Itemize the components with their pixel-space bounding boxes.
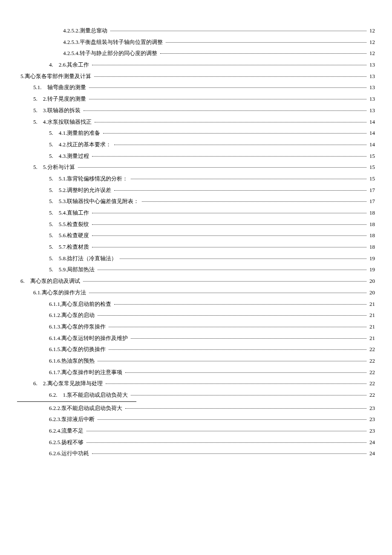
toc-entry[interactable]: 5. 5.4.直轴工作18 — [17, 208, 375, 218]
toc-leader-dots — [109, 327, 366, 327]
toc-entry[interactable]: 6. 离心泵的启动及调试20 — [17, 276, 375, 287]
toc-label: 6.1.7.离心泵操作时的注意事项 — [49, 367, 124, 378]
toc-label: 4.2.5.3.平衡盘组装与转子轴向位置的调整 — [63, 37, 164, 48]
toc-entry[interactable]: 6.1.7.离心泵操作时的注意事项22 — [17, 367, 375, 378]
toc-entry[interactable]: 6.2.5.扬程不够24 — [17, 437, 375, 448]
toc-entry[interactable]: 5. 2.转子晃度的测量13 — [17, 94, 375, 105]
toc-leader-dots — [78, 167, 367, 168]
toc-page-number: 22 — [368, 390, 375, 401]
toc-page-number: 13 — [368, 105, 375, 116]
toc-label: 6.1.5.离心泵的切换操作 — [49, 344, 107, 355]
toc-leader-dots — [106, 384, 367, 384]
toc-leader-dots — [125, 372, 366, 373]
toc-leader-dots — [92, 224, 366, 225]
toc-leader-dots — [114, 190, 366, 191]
toc-entry[interactable]: 6.1.2.离心泵的启动21 — [17, 310, 375, 321]
toc-entry[interactable]: 5. 5.8.捻打法（冷直轴法）19 — [17, 253, 375, 264]
toc-entry[interactable]: 5. 5.6.检查硬度18 — [17, 230, 375, 241]
toc-label: 6.1.2.离心泵的启动 — [49, 310, 96, 321]
toc-entry[interactable]: 4. 2.6.其余工作13 — [17, 60, 375, 70]
toc-page-number: 15 — [368, 174, 375, 184]
toc-entry[interactable]: 6.1.3.离心泵的停泵操作21 — [17, 322, 375, 332]
toc-page-number: 14 — [368, 128, 375, 139]
toc-entry[interactable]: 5.离心泵各零部件测量及计算13 — [17, 71, 375, 82]
toc-label: 5. 5.7.检查材质 — [49, 242, 91, 253]
toc-label: 5.离心泵各零部件测量及计算 — [20, 71, 93, 82]
toc-entry[interactable]: 6. 2.离心泵常见故障与处理22 — [17, 378, 375, 389]
toc-leader-dots — [166, 42, 366, 43]
toc-label: 5. 3.联轴器的拆装 — [33, 105, 82, 116]
toc-page-number: 17 — [368, 185, 375, 196]
toc-page-number: 22 — [368, 367, 375, 378]
toc-page-number: 23 — [368, 426, 375, 436]
toc-label: 6.2.5.扬程不够 — [49, 437, 85, 448]
toc-leader-dots — [92, 247, 366, 247]
toc-page-number: 20 — [368, 288, 375, 298]
toc-entry[interactable]: 5. 4.水泵按联轴器找正14 — [17, 117, 375, 128]
toc-page-number: 23 — [368, 403, 375, 414]
toc-entry[interactable]: 5. 5.7.检查材质18 — [17, 242, 375, 253]
toc-entry[interactable]: 6.1.5.离心泵的切换操作22 — [17, 344, 375, 355]
toc-leader-dots — [98, 315, 366, 316]
toc-label: 5. 4.1.测量前的准备 — [49, 128, 102, 139]
toc-leader-dots — [98, 361, 366, 361]
toc-page-number: 18 — [368, 242, 375, 253]
toc-entry[interactable]: 5. 3.联轴器的拆装13 — [17, 105, 375, 116]
toc-label: 5. 5.3.联轴器找中心偏差值见附表： — [49, 196, 141, 207]
toc-label: 4.2.5.2.测量总窜动 — [63, 26, 109, 36]
toc-entry[interactable]: 6.2.4.流量不足23 — [17, 426, 375, 436]
toc-label: 5. 5.5.检查裂纹 — [49, 219, 91, 230]
toc-leader-dots — [103, 133, 366, 134]
toc-page-number: 13 — [368, 71, 375, 82]
toc-entry[interactable]: 6.1.4.离心泵运转时的操作及维护21 — [17, 333, 375, 344]
toc-label: 5. 4.3.测量过程 — [49, 151, 91, 162]
toc-leader-dots — [110, 31, 366, 31]
toc-entry[interactable]: 5. 4.1.测量前的准备14 — [17, 128, 375, 139]
toc-leader-dots — [114, 304, 366, 305]
toc-entry[interactable]: 4.2.5.3.平衡盘组装与转子轴向位置的调整12 — [17, 37, 375, 48]
toc-entry[interactable]: 5.1. 轴弯曲度的测量13 — [17, 82, 375, 93]
toc-page-number: 21 — [368, 310, 375, 321]
toc-entry[interactable]: 4.2.5.4.转子与静止部分的同心度的调整12 — [17, 48, 375, 59]
toc-leader-dots — [86, 442, 366, 443]
toc-page-number: 13 — [368, 60, 375, 70]
toc-entry[interactable]: 4.2.5.2.测量总窜动12 — [17, 26, 375, 36]
toc-leader-dots — [89, 293, 367, 293]
toc-leader-dots — [98, 419, 366, 420]
toc-label: 5. 5.1.靠背轮偏移情况的分析： — [49, 174, 130, 184]
toc-page-number: 18 — [368, 208, 375, 218]
toc-entry[interactable]: 5. 5.1.靠背轮偏移情况的分析：15 — [17, 174, 375, 184]
toc-label: 6.1.1,离心泵启动前的检查 — [49, 299, 113, 310]
toc-page-number: 24 — [368, 448, 375, 459]
toc-label: 6.1.离心泵的操作方法 — [33, 288, 88, 298]
toc-entry[interactable]: 6.1.1,离心泵启动前的检查21 — [17, 299, 375, 310]
toc-page-number: 12 — [368, 48, 375, 59]
toc-entry[interactable]: 6.2.6.运行中功耗24 — [17, 448, 375, 459]
toc-page-number: 20 — [368, 276, 375, 287]
toc-label: 6.2.4.流量不足 — [49, 426, 85, 436]
toc-leader-dots — [92, 213, 366, 213]
toc-leader-dots — [109, 349, 366, 350]
toc-entry[interactable]: 5. 4.2.找正的基本要求：14 — [17, 139, 375, 150]
toc-entry[interactable]: 6.2. 1.泵不能启动或启动负荷大22 — [17, 390, 375, 401]
toc-entry[interactable]: 6.1.离心泵的操作方法20 — [17, 288, 375, 298]
toc-page-number: 18 — [368, 219, 375, 230]
toc-page-number: 23 — [368, 414, 375, 425]
toc-entry[interactable]: 6.1.6.热油泵的预热22 — [17, 356, 375, 366]
toc-leader-dots — [89, 87, 367, 88]
toc-leader-dots — [131, 395, 366, 395]
toc-entry[interactable]: 6.2.2.泵不能启动或启动负荷大23 — [17, 403, 375, 414]
toc-entry[interactable]: 5. 5.5.检查裂纹18 — [17, 219, 375, 230]
toc-entry[interactable]: 5. 4.3.测量过程15 — [17, 151, 375, 162]
toc-entry[interactable]: 5. 5.3.联轴器找中心偏差值见附表：17 — [17, 196, 375, 207]
toc-entry[interactable]: 5. 5.2.调整时的允许误差17 — [17, 185, 375, 196]
toc-entry[interactable]: 5. 5.9.局部加热法19 — [17, 264, 375, 275]
table-of-contents: 4.2.5.2.测量总窜动124.2.5.3.平衡盘组装与转子轴向位置的调整12… — [17, 26, 375, 459]
toc-entry[interactable]: 6.2.3.泵排液后中断23 — [17, 414, 375, 425]
toc-label: 5. 5.2.调整时的允许误差 — [49, 185, 113, 196]
toc-page-number: 17 — [368, 196, 375, 207]
toc-entry[interactable]: 5. 5.分析与计算15 — [17, 162, 375, 173]
toc-page-number: 21 — [368, 333, 375, 344]
toc-label: 6.1.6.热油泵的预热 — [49, 356, 96, 366]
toc-label: 5.1. 轴弯曲度的测量 — [33, 82, 88, 93]
